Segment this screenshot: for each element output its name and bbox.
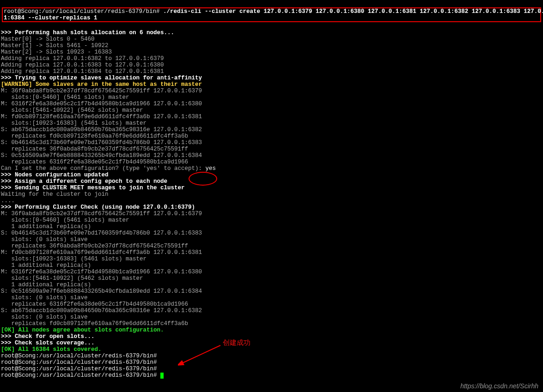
command-line-2: 1:6384 --cluster-replicas 1 (4, 15, 98, 21)
chk-s-6384: S: 0c516509a9e7f6eb8888433265b49cfbda189… (1, 288, 202, 295)
node-s-6382: S: ab675daccb1dc080a09b84650b76ba365c983… (1, 127, 202, 133)
optimize-header: >>> Trying to optimize slaves allocation… (1, 75, 202, 81)
ok-slots-config: [OK] All nodes agree about slots configu… (1, 327, 164, 333)
node-s-6383: S: 0b46145c3d173b60fe09e7bd1760359fd4b78… (1, 139, 202, 146)
chk-m-6379-slots: slots:[0-5460] (5461 slots) master (1, 217, 129, 223)
cluster-check-header: >>> Performing Cluster Check (using node… (1, 204, 195, 211)
master-1: Master[1] -> Slots 5461 - 10922 (1, 42, 109, 49)
waiting-line: Waiting for the cluster to join (1, 191, 109, 198)
prompt-3[interactable]: root@Scong:/usr/local/cluster/redis-6379… (1, 366, 160, 372)
node-m-6379-slots: slots:[0-5460] (5461 slots) master (1, 94, 129, 101)
master-2: Master[2] -> Slots 10923 - 16383 (1, 49, 112, 55)
command-highlight-box: root@Scong:/usr/local/cluster/redis-6379… (2, 7, 541, 22)
chk-m-6379-rep: 1 additional replica(s) (1, 223, 91, 230)
chk-s-6383: S: 0b46145c3d173b60fe09e7bd1760359fd4b78… (1, 230, 202, 236)
node-m-6379: M: 36f0abda8fb9cb2e37df78cdf6756425c7559… (1, 88, 202, 94)
chk-m-6381-slots: slots:[10923-16383] (5461 slots) master (1, 256, 146, 262)
chk-s-6383-rep: replicates 36f0abda8fb9cb2e37df78cdf6756… (1, 243, 188, 249)
check-slots-coverage: >>> Check slots coverage... (1, 340, 95, 346)
terminal-output[interactable]: root@Scong:/usr/local/cluster/redis-6379… (0, 0, 543, 379)
cursor-icon (160, 373, 164, 379)
chk-s-6384-slots: slots: (0 slots) slave (1, 295, 88, 301)
chk-s-6384-rep: replicates 6316f2fe6a38de05c2c1f7b4d4958… (1, 301, 188, 308)
ok-slots-covered: [OK] All 16384 slots covered. (1, 346, 102, 353)
node-s-6384-rep: replicates 6316f2fe6a38de05c2c1f7b4d4958… (1, 159, 188, 165)
annotation-label: 创建成功 (223, 339, 250, 346)
check-open-slots: >>> Check for open slots... (1, 333, 95, 340)
chk-m-6380-slots: slots:[5461-10922] (5462 slots) master (1, 275, 143, 282)
node-s-6382-rep: replicates fd0cb897128fe610aa76f9e6dd661… (1, 133, 188, 139)
node-m-6380-slots: slots:[5461-10922] (5462 slots) master (1, 107, 143, 114)
nodes-updated: >>> Nodes configuration updated (1, 172, 109, 178)
chk-s-6382-rep: replicates fd0cb897128fe610aa76f9e6dd661… (1, 320, 188, 327)
node-m-6381: M: fd0cb897128fe610aa76f9e6dd6611dfc4ff3… (1, 114, 202, 120)
node-m-6381-slots: slots:[10923-16383] (5461 slots) master (1, 120, 146, 127)
chk-s-6382-slots: slots: (0 slots) slave (1, 314, 88, 320)
chk-m-6381: M: fd0cb897128fe610aa76f9e6dd6611dfc4ff3… (1, 249, 202, 256)
node-s-6383-rep: replicates 36f0abda8fb9cb2e37df78cdf6756… (1, 146, 188, 152)
add-replica-2: Adding replica 127.0.0.1:6384 to 127.0.0… (1, 68, 164, 75)
watermark-text: https://blog.csdn.net/Scirhh (460, 383, 538, 389)
hash-slots-header: >>> Performing hash slots allocation on … (1, 30, 174, 36)
add-replica-0: Adding replica 127.0.0.1:6382 to 127.0.0… (1, 55, 164, 62)
confirm-question: Can I set the above configuration? (type… (1, 165, 206, 172)
dots-line: .... (1, 198, 15, 204)
chk-m-6380: M: 6316f2fe6a38de05c2c1f7b4d49580b1ca9d1… (1, 269, 202, 275)
prompt-1[interactable]: root@Scong:/usr/local/cluster/redis-6379… (1, 353, 160, 359)
prompt-2[interactable]: root@Scong:/usr/local/cluster/redis-6379… (1, 359, 160, 366)
confirm-answer[interactable]: yes (206, 165, 216, 172)
node-s-6384: S: 0c516509a9e7f6eb8888433265b49cfbda189… (1, 152, 202, 159)
prompt: root@Scong:/usr/local/cluster/redis-6379… (4, 8, 163, 15)
cluster-meet: >>> Sending CLUSTER MEET messages to joi… (1, 185, 185, 191)
chk-m-6380-rep: 1 additional replica(s) (1, 282, 91, 288)
chk-m-6381-rep: 1 additional replica(s) (1, 262, 91, 269)
master-0: Master[0] -> Slots 0 - 5460 (1, 36, 95, 42)
prompt-4[interactable]: root@Scong:/usr/local/cluster/redis-6379… (1, 372, 160, 379)
warning-line: [WARNING] Some slaves are in the same ho… (1, 81, 202, 88)
chk-s-6382: S: ab675daccb1dc080a09b84650b76ba365c983… (1, 308, 202, 314)
add-replica-1: Adding replica 127.0.0.1:6383 to 127.0.0… (1, 62, 164, 68)
chk-s-6383-slots: slots: (0 slots) slave (1, 236, 88, 243)
node-m-6380: M: 6316f2fe6a38de05c2c1f7b4d49580b1ca9d1… (1, 101, 202, 107)
command-line-1: ./redis-cli --cluster create 127.0.0.1:6… (163, 8, 543, 15)
assign-epoch: >>> Assign a different config epoch to e… (1, 178, 167, 185)
chk-m-6379: M: 36f0abda8fb9cb2e37df78cdf6756425c7559… (1, 211, 202, 217)
